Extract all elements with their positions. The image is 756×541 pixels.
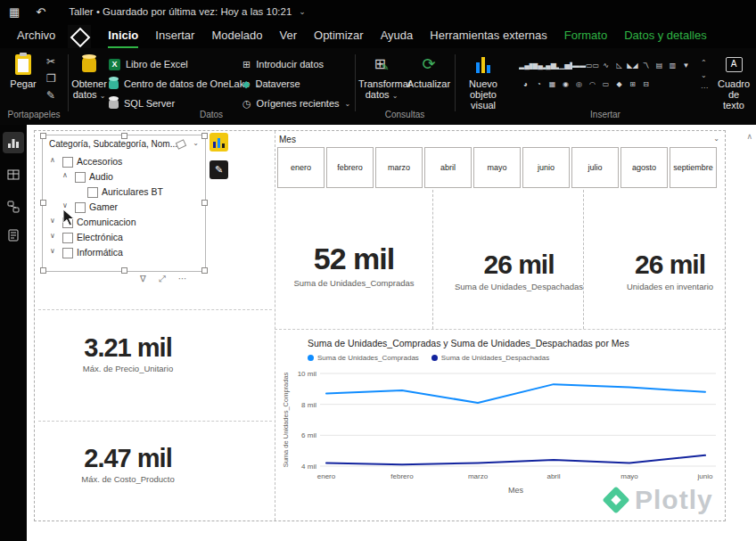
checkbox[interactable]	[87, 187, 98, 198]
menu-modelado[interactable]: Modelado	[211, 29, 262, 48]
chevron-down-icon[interactable]: ⌄	[193, 139, 199, 147]
checkbox[interactable]	[62, 248, 73, 258]
report-page[interactable]: Categoría, Subcategoría, Nom... ⌄ ∧ Acce…	[34, 130, 726, 521]
clustered-bar-chart-icon[interactable]: ▬▬	[572, 59, 586, 72]
legend-item[interactable]: Suma de Unidades_Compradas	[308, 354, 419, 362]
tree-item[interactable]: ∧ Accesorios	[43, 155, 205, 169]
filter-icon[interactable]: ∇	[140, 274, 146, 284]
checkbox[interactable]	[75, 202, 86, 213]
transform-data-button[interactable]: ⊞✎ Transformar datos ⌄	[358, 53, 405, 102]
resize-handle[interactable]	[121, 267, 127, 274]
format-painter-icon[interactable]: ✎	[46, 89, 56, 102]
month-button[interactable]: abril	[424, 147, 472, 188]
map-icon[interactable]: ◉	[559, 78, 572, 91]
category-slicer[interactable]: Categoría, Subcategoría, Nom... ⌄ ∧ Acce…	[42, 135, 206, 272]
menu-datos-y-detalles[interactable]: Datos y detalles	[624, 29, 707, 48]
report-view-icon[interactable]	[3, 132, 24, 153]
card-unidades-compradas[interactable]: 52 mil Suma de Unidades_Compradas	[274, 243, 434, 288]
kpi-icon[interactable]: ◆	[612, 78, 626, 91]
sql-server-button[interactable]: SQL Server	[109, 96, 175, 111]
checkbox[interactable]	[75, 172, 86, 183]
chevron-down-icon[interactable]: ∨	[50, 232, 55, 240]
stacked-column-chart-icon[interactable]: ▆▄▂	[532, 59, 546, 72]
line-chart-icon[interactable]: ∿	[599, 59, 612, 72]
slicer-icon[interactable]: ⊞	[626, 78, 639, 91]
month-button[interactable]: septiembre	[670, 147, 717, 188]
month-button[interactable]: agosto	[620, 147, 668, 188]
combo-chart-icon[interactable]: 〽	[639, 59, 653, 72]
menu-ver[interactable]: Ver	[280, 29, 298, 48]
app-grid-icon[interactable]: ▦	[9, 5, 20, 19]
menu-archivo[interactable]: Archivo	[17, 29, 55, 48]
100-stacked-column-chart-icon[interactable]: ▄▆▂	[546, 59, 559, 72]
new-visual-button[interactable]: Nuevo objeto visual	[456, 53, 510, 111]
resize-handle[interactable]	[201, 133, 208, 139]
tree-item[interactable]: Auriculares BT	[43, 185, 205, 200]
table-view-icon[interactable]	[3, 164, 24, 185]
area-chart-icon[interactable]: ◺	[612, 59, 626, 72]
tree-item[interactable]: ∧ Audio	[43, 170, 205, 184]
legend-item[interactable]: Suma de Unidades_Despachadas	[431, 354, 549, 362]
bookmark-chart-button[interactable]	[210, 133, 228, 152]
copy-icon[interactable]: ❐	[46, 72, 56, 85]
month-button[interactable]: febrero	[326, 147, 374, 188]
gallery-scroll-down-icon[interactable]: ⌄	[701, 71, 707, 79]
menu-inicio[interactable]: Inicio	[108, 29, 138, 48]
resize-handle[interactable]	[40, 200, 46, 206]
filled-map-icon[interactable]: ◎	[572, 78, 586, 91]
menu-herramientas-externas[interactable]: Herramientas externas	[430, 29, 547, 48]
cut-icon[interactable]: ✂	[46, 55, 56, 68]
chevron-down-icon[interactable]: ⌄	[713, 135, 719, 143]
card-icon[interactable]: ▭	[599, 78, 612, 91]
month-button[interactable]: mayo	[473, 147, 521, 188]
ribbon-chart-icon[interactable]: ▤	[653, 59, 666, 72]
clustered-column-chart-icon[interactable]: ▂▄▆	[519, 59, 532, 72]
resize-handle[interactable]	[201, 267, 208, 274]
resize-handle[interactable]	[40, 133, 46, 139]
waterfall-chart-icon[interactable]: ▥	[666, 59, 679, 72]
month-button[interactable]: enero	[277, 147, 325, 188]
card-unidades-inventario[interactable]: 26 mil Unidades en inventario	[588, 250, 752, 291]
pie-chart-icon[interactable]: ◕	[519, 78, 532, 91]
chevron-up-icon[interactable]: ∧	[62, 171, 68, 179]
table-icon[interactable]: ⊟	[639, 78, 653, 91]
menu-optimizar[interactable]: Optimizar	[314, 29, 364, 48]
model-view-icon[interactable]	[3, 196, 24, 217]
bookmark-pen-button[interactable]: ✎	[210, 160, 228, 179]
column-chart-icon[interactable]: ▁▅▇	[559, 59, 572, 72]
undo-icon[interactable]: ↶	[36, 5, 45, 19]
paste-button[interactable]: Pegar	[5, 53, 41, 89]
card-max-costo[interactable]: 2.47 mil Máx. de Costo_Producto	[54, 445, 201, 484]
card-max-precio[interactable]: 3.21 mil Máx. de Precio_Unitario	[54, 334, 201, 373]
excel-workbook-button[interactable]: X Libro de Excel	[109, 57, 188, 71]
menu-ayuda[interactable]: Ayuda	[381, 29, 414, 48]
menu-insertar[interactable]: Insertar	[155, 29, 194, 48]
stacked-bar-chart-icon[interactable]: ▭▭	[586, 59, 599, 72]
checkbox[interactable]	[62, 233, 73, 243]
gallery-scroll-up-icon[interactable]: ⌃	[701, 59, 707, 67]
menu-formato[interactable]: Formato	[564, 29, 607, 48]
text-box-button[interactable]: A Cuadro de texto	[713, 53, 754, 111]
month-slicer[interactable]: Mes ⌄ enero febrero marzo abril mayo jun…	[277, 135, 721, 192]
enter-data-button[interactable]: ⊞ Introducir datos	[242, 57, 324, 71]
gallery-more-icon[interactable]: ⋯	[701, 84, 708, 92]
chevron-up-icon[interactable]: ∧	[50, 156, 55, 164]
month-button[interactable]: julio	[571, 147, 619, 188]
chevron-down-icon[interactable]: ∨	[50, 217, 55, 225]
report-canvas[interactable]: ∧ Categoría, Subcategoría, Nom... ⌄ ∧ Ac…	[27, 125, 756, 541]
focus-mode-icon[interactable]: ⤢	[159, 274, 166, 284]
get-data-button[interactable]: Obtener datos ⌄	[71, 53, 107, 102]
stacked-area-chart-icon[interactable]: ◣◢	[626, 59, 639, 72]
card-unidades-despachadas[interactable]: 26 mil Suma de Unidades_Despachadas	[434, 250, 604, 291]
tree-item[interactable]: ∨ Electrónica	[43, 231, 205, 245]
month-button[interactable]: marzo	[375, 147, 423, 188]
month-button[interactable]: junio	[522, 147, 570, 188]
chevron-down-icon[interactable]: ⌄	[299, 7, 306, 16]
collapse-pane-icon[interactable]: ∧	[746, 132, 752, 141]
tree-item[interactable]: ∨ Informática	[43, 246, 205, 260]
donut-chart-icon[interactable]: ◔	[532, 78, 546, 91]
more-options-icon[interactable]: ⋯	[178, 274, 187, 284]
refresh-button[interactable]: ⟳ Actualizar	[407, 53, 451, 89]
recent-sources-button[interactable]: ◷ Orígenes recientes ⌄	[242, 96, 350, 111]
resize-handle[interactable]	[121, 133, 127, 139]
